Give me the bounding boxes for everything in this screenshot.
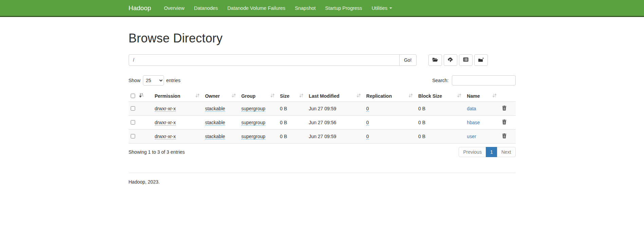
header-replication-label: Replication — [366, 93, 392, 99]
replication-cell[interactable]: 0 — [366, 134, 369, 139]
delete-button[interactable] — [502, 106, 507, 111]
table-info: Showing 1 to 3 of 3 entries — [129, 149, 185, 155]
sort-amount-asc-icon — [139, 93, 144, 99]
main-container: Browse Directory Go! — [124, 31, 521, 195]
footer-text: Hadoop, 2023. — [129, 179, 516, 195]
nav-item-overview[interactable]: Overview — [159, 0, 189, 16]
owner-cell[interactable]: stackable — [205, 120, 225, 126]
size-cell: 0 B — [277, 116, 306, 130]
page-title: Browse Directory — [129, 31, 516, 45]
upload-file-button[interactable] — [444, 54, 457, 66]
chevron-down-icon — [389, 7, 392, 9]
replication-cell[interactable]: 0 — [366, 120, 369, 126]
file-actions-toolbar — [428, 54, 488, 66]
create-directory-button[interactable] — [428, 54, 442, 66]
pagination: Previous 1 Next — [459, 147, 515, 157]
file-list-button[interactable] — [459, 54, 473, 66]
header-group[interactable]: Group — [239, 90, 277, 102]
nav-item-datanode-volume-failures[interactable]: Datanode Volume Failures — [223, 0, 290, 16]
open-folder-icon — [432, 57, 438, 63]
block-size-cell: 0 B — [416, 102, 464, 116]
nav-item-startup-progress[interactable]: Startup Progress — [320, 0, 367, 16]
header-permission[interactable]: Permission — [152, 90, 202, 102]
pagination-next[interactable]: Next — [497, 147, 516, 157]
sort-icon — [299, 93, 303, 99]
footer-divider — [129, 173, 516, 173]
show-label: Show — [129, 78, 141, 83]
sort-icon — [457, 93, 461, 99]
search-label: Search: — [432, 78, 448, 83]
block-size-cell: 0 B — [416, 130, 464, 144]
trash-icon — [502, 134, 507, 139]
table-row: drwxr-xr-x stackable supergroup 0 B Jun … — [129, 130, 516, 144]
cloud-upload-icon — [447, 57, 454, 63]
header-owner-label: Owner — [205, 93, 220, 99]
search-input[interactable] — [452, 75, 516, 86]
table-controls: Show 25 entries Search: — [129, 75, 516, 86]
table-header-row: Permission Owner Group Size Last Modifie… — [129, 90, 516, 102]
row-checkbox[interactable] — [131, 120, 135, 125]
dir-link-user[interactable]: user — [467, 134, 476, 139]
sort-icon — [492, 93, 497, 99]
last-modified-cell: Jun 27 09:56 — [306, 116, 364, 130]
header-last-modified[interactable]: Last Modified — [306, 90, 364, 102]
header-size-label: Size — [280, 93, 290, 99]
path-bar-row: Go! — [129, 54, 516, 66]
directory-listing-table: Permission Owner Group Size Last Modifie… — [129, 90, 516, 144]
header-permission-label: Permission — [155, 93, 180, 99]
group-cell[interactable]: supergroup — [241, 120, 265, 126]
select-all-checkbox[interactable] — [131, 94, 135, 98]
owner-cell[interactable]: stackable — [205, 134, 225, 139]
table-row: drwxr-xr-x stackable supergroup 0 B Jun … — [129, 102, 516, 116]
nav-item-snapshot[interactable]: Snapshot — [290, 0, 320, 16]
header-group-label: Group — [241, 93, 256, 99]
trash-icon — [502, 120, 507, 126]
brand-hadoop[interactable]: Hadoop — [129, 4, 160, 12]
header-size[interactable]: Size — [277, 90, 306, 102]
header-actions — [499, 90, 515, 102]
header-replication[interactable]: Replication — [364, 90, 416, 102]
pagination-page-1[interactable]: 1 — [486, 147, 497, 157]
nav-item-utilities-dropdown[interactable]: Utilities — [367, 0, 397, 16]
nav-links: Overview Datanodes Datanode Volume Failu… — [159, 0, 397, 16]
row-checkbox[interactable] — [131, 106, 135, 111]
dir-link-data[interactable]: data — [467, 106, 476, 111]
page-length-select[interactable]: 25 — [143, 75, 164, 86]
dir-link-hbase[interactable]: hbase — [467, 120, 480, 125]
sort-icon — [270, 93, 275, 99]
top-navbar: Hadoop Overview Datanodes Datanode Volum… — [0, 0, 644, 17]
select-all-header[interactable] — [129, 90, 152, 102]
permission-cell[interactable]: drwxr-xr-x — [155, 134, 176, 139]
header-last-modified-label: Last Modified — [309, 93, 339, 99]
block-size-cell: 0 B — [416, 116, 464, 130]
header-name-label: Name — [467, 93, 480, 99]
directory-path-input[interactable] — [129, 54, 400, 66]
utilities-label: Utilities — [372, 5, 388, 11]
nav-item-datanodes[interactable]: Datanodes — [189, 0, 223, 16]
sort-icon — [356, 93, 361, 99]
row-checkbox[interactable] — [131, 134, 135, 138]
replication-cell[interactable]: 0 — [366, 106, 369, 112]
delete-button[interactable] — [502, 133, 507, 138]
size-cell: 0 B — [277, 102, 306, 116]
header-block-size[interactable]: Block Size — [416, 90, 464, 102]
permission-cell[interactable]: drwxr-xr-x — [155, 120, 176, 126]
go-button[interactable]: Go! — [399, 54, 417, 66]
owner-cell[interactable]: stackable — [205, 106, 225, 112]
group-cell[interactable]: supergroup — [241, 106, 265, 112]
sort-icon — [195, 93, 200, 99]
delete-button[interactable] — [502, 119, 507, 125]
group-cell[interactable]: supergroup — [241, 134, 265, 139]
permission-cell[interactable]: drwxr-xr-x — [155, 106, 176, 112]
header-block-size-label: Block Size — [418, 93, 442, 99]
header-name[interactable]: Name — [464, 90, 499, 102]
header-owner[interactable]: Owner — [202, 90, 239, 102]
move-items-button[interactable] — [474, 54, 488, 66]
pagination-previous[interactable]: Previous — [459, 147, 486, 157]
table-footer: Showing 1 to 3 of 3 entries Previous 1 N… — [129, 147, 516, 157]
last-modified-cell: Jun 27 09:59 — [306, 102, 364, 116]
table-search: Search: — [432, 75, 515, 86]
sort-icon — [232, 93, 236, 99]
folder-transfer-icon — [478, 57, 484, 63]
last-modified-cell: Jun 27 09:59 — [306, 130, 364, 144]
